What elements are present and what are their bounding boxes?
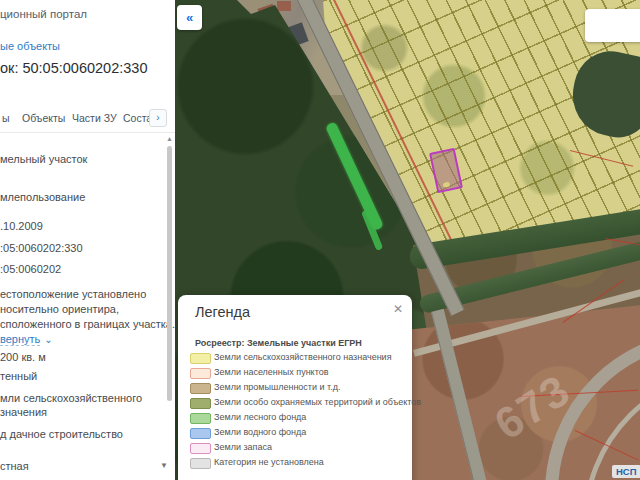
legend-item-label: Земли лесного фонда [214,412,306,422]
legend-item-label: Земли водного фонда [214,427,306,437]
legend-item-label: Категория не установлена [214,457,324,467]
detail-address-line1: естоположение установлено [0,288,146,300]
tabs-divider [0,132,175,133]
detail-date: .10.2009 [0,220,43,232]
legend-swatch-settlements [190,368,211,379]
legend-panel: Легенда ✕ Росреестр: Земельные участки Е… [178,295,412,480]
legend-swatch-industry [190,383,211,394]
legend-item: Земли населенных пунктов [178,367,412,380]
legend-swatch-forest [190,413,211,424]
found-objects-link[interactable]: ые объекты [0,40,60,52]
scroll-up-icon[interactable]: ▲ [166,135,173,142]
map-search-box[interactable] [585,9,640,42]
legend-swatch-uncategorized [190,458,211,469]
tab-objects[interactable]: Объекты [22,112,65,124]
legend-swatch-water [190,428,211,439]
legend-item: Земли сельскохозяйственного назначения [178,352,412,365]
legend-item-label: Земли промышленности и т.д. [214,382,340,392]
expand-link-label: вернуть [0,333,40,346]
detail-address-line2: носительно ориентира, [0,303,119,315]
detail-cad-quarter: :05:0060202 [0,263,61,275]
legend-item: Земли промышленности и т.д. [178,382,412,395]
legend-item: Земли лесного фонда [178,412,412,425]
legend-swatch-reserve [190,443,211,454]
detail-permitted-use: д дачное строительство [0,428,123,440]
detail-land-use: млепользование [0,191,85,203]
legend-item-label: Земли населенных пунктов [214,367,328,377]
portal-header: ционный портал [0,8,87,20]
chevron-down-icon: ⌄ [44,334,52,345]
detail-category-line1: мли сельскохозяйственного [0,392,142,404]
expand-link[interactable]: вернуть⌄ [0,333,53,345]
legend-subtitle: Росреестр: Земельные участки ЕГРН [195,338,362,348]
tab-partial[interactable]: ы [2,112,10,124]
detail-cad-number: :05:0060202:330 [0,242,83,254]
scroll-down-icon[interactable]: ▼ [160,461,168,470]
tab-parcel-parts[interactable]: Части ЗУ [72,112,117,124]
detail-ownership: стная [0,460,29,472]
legend-item: Земли водного фонда [178,427,412,440]
detail-status: тенный [0,370,37,382]
detail-address-line3: сположенного в границах участка. [0,318,175,330]
legend-item: Земли особо охраняемых территорий и объе… [178,397,412,410]
map-canvas[interactable]: 673 НСП « Легенда ✕ Росреестр: Земельные… [175,0,640,480]
sidebar-panel: ционный портал ые объекты ок: 50:05:0060… [0,0,175,480]
parcel-building [443,182,451,188]
legend-swatch-protected [190,398,211,409]
building [277,1,291,11]
sidebar-tabs: ы Объекты Части ЗУ Состав › [0,112,175,132]
legend-item-label: Земли запаса [214,442,272,452]
detail-category-line2: значения [0,406,47,418]
map-feature-label: НСП [612,465,640,478]
tabs-more-button[interactable]: › [149,109,167,127]
legend-item: Земли запаса [178,442,412,455]
detail-object-type: мельный участок [0,153,87,165]
parcel-title: ок: 50:05:0060202:330 [0,60,147,76]
detail-area: 200 кв. м [0,351,46,363]
legend-item-label: Земли сельскохозяйственного назначения [214,352,392,362]
legend-item-label: Земли особо охраняемых территорий и объе… [214,397,421,407]
legend-item: Категория не установлена [178,457,412,470]
sidebar-collapse-button[interactable]: « [177,5,202,30]
legend-swatch-agriculture [190,353,211,364]
cadastral-portal-app: ционный портал ые объекты ок: 50:05:0060… [0,0,640,480]
sidebar-scrollbar[interactable] [167,146,172,401]
close-icon[interactable]: ✕ [393,302,403,316]
legend-title: Легенда [195,304,250,320]
